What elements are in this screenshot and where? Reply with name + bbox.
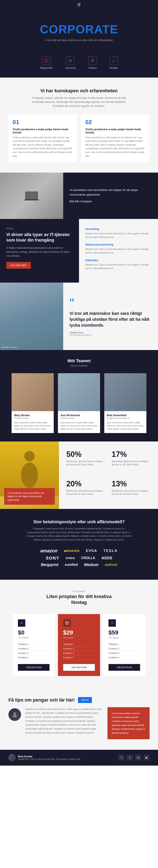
tips-next-button[interactable]: NÄSTA [78,697,92,703]
youtube-icon[interactable]: ▶ [144,755,150,761]
business-desc: Paragraph. Lorem ipsum dolor sit amet, c… [26,527,132,541]
instagram-icon[interactable]: in [135,755,141,761]
team-name-3: Bob Greenfield [107,414,144,417]
svg-rect-5 [26,192,37,199]
tips-section: Få tips om pengar och lär här! NÄSTA Sam… [0,687,158,750]
team-member-2: Ann Richmond Kreativ ledare Quis amet lo… [58,373,100,433]
about-cta-button[interactable]: LÄS MER MER [6,262,31,269]
bergqvist-logo: Bergqvist [41,563,58,567]
svg-point-2 [70,60,71,61]
pricing-feature-1-1: Tillstånd 1 [18,642,50,647]
menu-icon[interactable]: ☰ [77,3,81,7]
twitter-icon[interactable]: t [127,755,133,761]
icon-item-advisory: Rådgivande [40,57,53,69]
pricing-feature-3-4: Funktion 4 [108,655,140,660]
quote-role: Vår ständiga grundaren [69,334,152,336]
pricing-feature-3-1: Tillstånd 1 [108,642,140,647]
advisory-label: Rådgivande [40,67,53,69]
icon-item-development: Utveckling [65,57,76,69]
advisory-icon-box [42,57,51,65]
footer-brand: Nina Scome Sample text. Click to select … [8,754,81,762]
tips-side: Lorem ipsum dolor sit amet, consectetur … [107,707,150,739]
binance-logo: ◆BINANCE [64,549,80,553]
team-photo-2 [58,373,100,411]
team-info-2: Ann Richmond Kreativ ledare Quis amet lo… [58,411,100,433]
icon-item-plan: Planera [89,57,97,69]
stats-overlay: Vi samarbetar med varumärken och hjälper… [4,488,55,505]
stat-num-2: 17% [112,450,151,459]
stat-text-3: Beskrivning. Skriv din text och redigera… [66,489,105,496]
team-title: Möt Teamet [8,359,150,363]
pricing-features-2: Tillstånd 1 Funktion 2 Funktion 3 Funkti… [63,642,95,660]
logos-row-3: Bergqvist ●unified Medium android [8,563,150,567]
step-text-1: Tristis producere a male pulpe henne hud… [13,136,73,158]
pricing-feature-2-1: Tillstånd 1 [63,642,95,647]
business-section: Stor betalningsvolym eller unik affärsmo… [0,509,158,580]
tips-header: Få tips om pengar och lär här! NÄSTA [8,697,150,703]
stat-text-2: Beskrivning. Skriv din text och redigera… [112,460,151,466]
stat-2: 17% Beskrivning. Skriv din text och redi… [108,446,154,475]
stat-3: 20% Beskrivning. Skriv din text och redi… [63,475,108,505]
pricing-price-3: $59 [108,629,140,636]
footer-name: Nina Scome [18,755,81,758]
pricing-btn-3[interactable]: VÄlJ EN PLAN [108,664,140,671]
team-info-1: Mary Brown Kreativ ledare Quis amet lore… [11,411,54,433]
portrait-caption: Bild från Unsplash [2,346,17,348]
pricing-period-2: Per månad [63,637,95,639]
pricing-icon-2 [63,619,70,627]
service-dataanalysis-text: Sample text. Click to select the text bo… [85,263,152,270]
step-title-1: Tristis producere a male pulpe henne hud… [13,128,73,134]
service-webmarketing: Webbmarknadsföring Sample text. Click to… [85,243,152,254]
team-desc-3: Quis amet lorem interet dolor mattis dol… [107,421,144,431]
sony-logo: SONY [46,556,59,561]
tips-main-text: Sample text. Click to select the text bo… [25,707,103,739]
image-quote-section: Vi samarbetar med varumärken och hjälper… [0,173,158,219]
svg-rect-6 [24,199,39,200]
logos-row-2: SONY crocs CROLLA ASOS [8,556,150,561]
footer-avatar [8,754,16,762]
team-section: Möt Teamet Alla av Unsplash Mary Brown K… [0,350,158,441]
team-photo-1 [11,373,54,411]
stat-text-1: Beskrivning. Skriv din text och redigera… [66,460,105,466]
step-num-2: 02 [85,119,145,126]
team-desc-2: Quis amet lorem interet dolor mattis dol… [60,421,98,431]
pricing-btn-2[interactable]: VÄlJ EN PLAN [63,664,95,671]
stat-num-3: 20% [66,479,105,488]
tips-title: Få tips om pengar och lär här! [8,697,75,703]
team-role-2: Kreativ ledare [60,417,98,420]
service-development-text: Sample text. Click to select the text bo… [85,232,152,239]
service-webmarketing-text: Sample text. Click to select the text bo… [85,247,152,254]
pricing-feature-2-4: Funktion 4 [63,655,95,660]
svg-point-8 [21,463,38,488]
hero-subtitle: Vi är redo att dela med oss av våra råd … [37,38,121,42]
service-development: Utveckling Sample text. Click to select … [85,227,152,239]
pricing-section: Prismodellen Liten prisplan för ditt kre… [0,580,158,687]
service-dataanalysis-label: Datanalys [85,258,152,262]
team-name-1: Mary Brown [14,414,51,417]
about-tag: Om oss [6,227,73,230]
pricing-icon-1 [18,619,25,627]
pricing-feature-1-3: Funktion 3 [18,651,50,655]
stats-overlay-text: Vi samarbetar med varumärken och hjälper… [7,491,52,502]
image-caption: Bild från Unsplash [69,199,152,204]
portrait-section: Bild från Unsplash " Vi tror att människ… [0,283,158,350]
step-text-2: Tristis producere a male pulpe henne hud… [85,136,145,158]
svg-point-12 [13,712,16,715]
portrait-image: Bild från Unsplash [0,283,63,350]
medium-logo: Medium [84,563,98,567]
pricing-feature-1-2: Funktion 2 [18,647,50,651]
pricing-btn-1[interactable]: VÄlJ EN PLAN [18,664,50,671]
pricing-price-1: $0 [18,629,50,636]
stat-text-4: Beskrivning. Skriv din text och redigera… [112,489,151,496]
laptop-image [0,173,63,219]
crolla-logo: CROLLA [81,556,95,560]
team-desc-1: Quis amet lorem interet dolor mattis dol… [14,421,51,431]
development-label: Utveckling [65,67,76,69]
facebook-icon[interactable]: f [118,755,124,761]
pricing-card-3: $59 Per månad Tillstånd 1 Funktion 2 Fun… [103,614,145,676]
stat-num-4: 13% [112,479,151,488]
amazon-logo: amazon [40,548,58,554]
about-right: Utveckling Sample text. Click to select … [79,219,158,283]
pricing-features-3: Tillstånd 1 Funktion 2 Funktion 3 Funkti… [108,642,140,660]
evga-logo: EVGA [86,549,97,553]
